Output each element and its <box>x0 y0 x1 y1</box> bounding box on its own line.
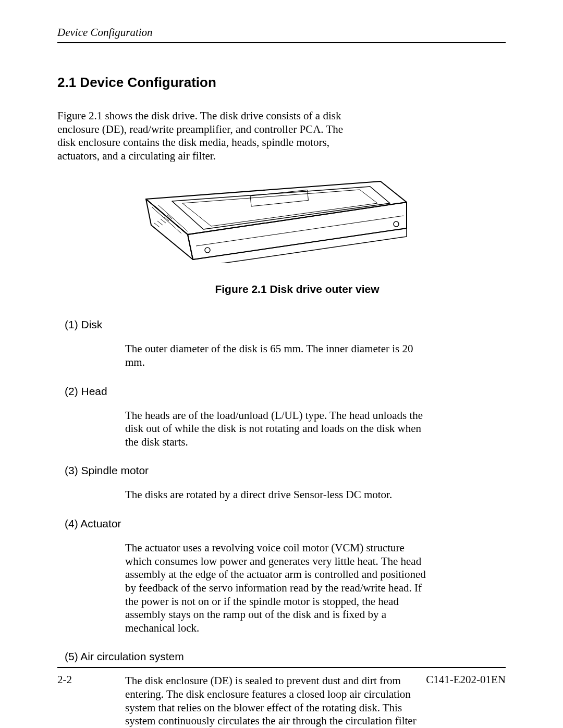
item-heading-5: (5) Air circulation system <box>65 650 506 663</box>
figure-2-1 <box>125 177 417 263</box>
item-para-2: The heads are of the load/unload (L/UL) … <box>125 409 427 449</box>
svg-point-0 <box>205 248 210 253</box>
item-para-3: The disks are rotated by a direct drive … <box>125 488 427 502</box>
section-title: 2.1 Device Configuration <box>57 75 506 91</box>
figure-caption: Figure 2.1 Disk drive outer view <box>89 283 506 295</box>
item-heading-3: (3) Spindle motor <box>65 464 506 477</box>
footer-docnum: C141-E202-01EN <box>426 673 506 686</box>
intro-paragraph: Figure 2.1 shows the disk drive. The dis… <box>57 109 360 163</box>
svg-rect-2 <box>250 190 308 206</box>
item-heading-4: (4) Actuator <box>65 517 506 530</box>
item-heading-1: (1) Disk <box>65 318 506 331</box>
footer-pagenum: 2-2 <box>57 673 72 686</box>
item-heading-2: (2) Head <box>65 385 506 398</box>
svg-point-1 <box>394 221 399 227</box>
running-head: Device Configuration <box>57 26 506 43</box>
disk-drive-icon <box>125 177 417 263</box>
page-footer: 2-2 C141-E202-01EN <box>57 667 506 686</box>
item-para-4: The actuator uses a revolving voice coil… <box>125 541 427 635</box>
page: Device Configuration 2.1 Device Configur… <box>0 0 563 728</box>
item-para-1: The outer diameter of the disk is 65 mm.… <box>125 342 427 369</box>
